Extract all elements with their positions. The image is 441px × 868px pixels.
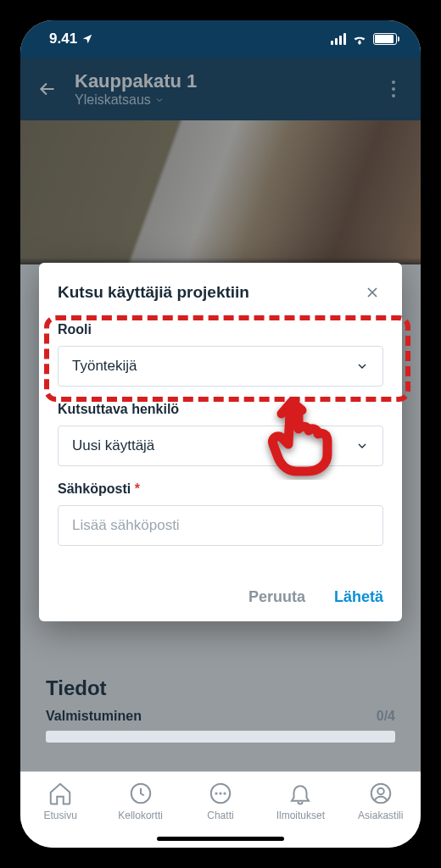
status-bar: 9.41 xyxy=(20,20,421,58)
modal-title: Kutsu käyttäjiä projektiin xyxy=(58,283,249,302)
progress-value: 0/4 xyxy=(377,709,395,724)
status-time: 9.41 xyxy=(49,31,77,47)
more-button[interactable] xyxy=(382,81,405,97)
tab-account[interactable]: Asiakastili xyxy=(343,781,419,821)
bell-icon xyxy=(287,781,313,806)
tab-timecard[interactable]: Kellokortti xyxy=(103,781,179,821)
cancel-button[interactable]: Peruuta xyxy=(248,588,305,606)
email-input[interactable] xyxy=(58,505,383,546)
breadcrumb-label: Yleiskatsaus xyxy=(75,92,151,108)
role-label: Rooli xyxy=(58,322,383,337)
battery-icon xyxy=(373,33,397,45)
home-indicator xyxy=(157,837,284,841)
svg-point-3 xyxy=(220,793,220,793)
device-frame: 9.41 Kauppakatu 1 Yleiskatsaus xyxy=(8,8,433,860)
person-select[interactable]: Uusi käyttäjä xyxy=(58,426,383,466)
tab-label: Asiakastili xyxy=(358,810,403,821)
tab-label: Chatti xyxy=(207,810,233,821)
back-button[interactable] xyxy=(36,77,59,101)
header-titles: Kauppakatu 1 Yleiskatsaus xyxy=(75,70,366,108)
required-mark: * xyxy=(135,481,140,496)
home-icon xyxy=(47,781,73,806)
tab-chat[interactable]: Chatti xyxy=(182,781,259,821)
email-label: Sähköposti * xyxy=(58,481,383,497)
cellular-icon xyxy=(331,33,346,45)
chat-icon xyxy=(208,781,233,806)
wifi-icon xyxy=(351,33,368,45)
status-time-group: 9.41 xyxy=(49,31,93,47)
app-header: Kauppakatu 1 Yleiskatsaus xyxy=(20,58,421,120)
project-hero-image xyxy=(20,120,421,264)
svg-point-2 xyxy=(215,793,216,793)
tab-home[interactable]: Etusivu xyxy=(22,781,98,821)
user-icon xyxy=(368,781,394,806)
chevron-down-icon xyxy=(355,439,369,453)
svg-point-6 xyxy=(377,788,384,795)
details-title: Tiedot xyxy=(46,676,395,700)
clock-icon xyxy=(128,781,154,806)
tab-label: Etusivu xyxy=(44,810,77,821)
person-value: Uusi käyttäjä xyxy=(72,437,154,454)
role-select[interactable]: Työntekijä xyxy=(58,346,383,387)
chevron-down-icon xyxy=(355,359,369,373)
person-label: Kutsuttava henkilö xyxy=(58,402,383,417)
invite-modal: Kutsu käyttäjiä projektiin Rooli Työntek… xyxy=(39,263,402,621)
screen: 9.41 Kauppakatu 1 Yleiskatsaus xyxy=(20,20,421,848)
tab-label: Kellokortti xyxy=(118,810,163,821)
status-indicators xyxy=(331,33,397,45)
chevron-down-icon xyxy=(154,95,165,105)
close-button[interactable] xyxy=(361,281,383,303)
location-icon xyxy=(81,33,93,45)
progress-bar xyxy=(46,731,395,743)
svg-point-4 xyxy=(224,793,225,793)
tab-bar: Etusivu Kellokortti Chatti Ilmoitukset A… xyxy=(20,771,421,848)
breadcrumb[interactable]: Yleiskatsaus xyxy=(75,92,366,108)
role-value: Työntekijä xyxy=(72,358,137,375)
tab-notifications[interactable]: Ilmoitukset xyxy=(262,781,338,821)
tab-label: Ilmoitukset xyxy=(276,810,325,821)
page-title: Kauppakatu 1 xyxy=(75,70,366,92)
progress-label: Valmistuminen xyxy=(46,709,142,724)
submit-button[interactable]: Lähetä xyxy=(334,588,383,606)
progress-row: Valmistuminen 0/4 xyxy=(42,709,399,731)
